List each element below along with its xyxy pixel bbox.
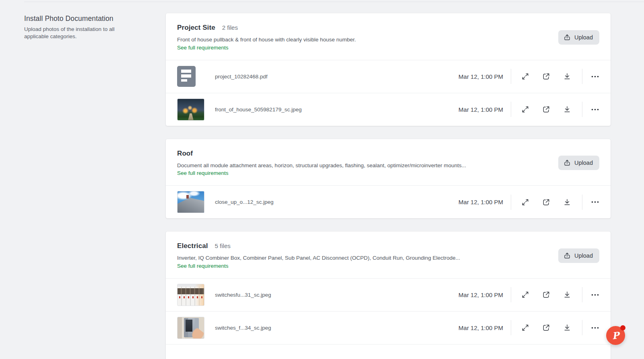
expand-icon bbox=[521, 324, 529, 332]
file-row: close_up_o...12_sc.jpeg Mar 12, 1:00 PM bbox=[166, 185, 611, 218]
file-row: switches_f...34_sc.jpeg Mar 12, 1:00 PM bbox=[166, 311, 611, 344]
file-name: front_of_house_505982179_sc.jpeg bbox=[215, 107, 458, 113]
photo-categories-column: Project Site 2 files Front of house pull… bbox=[166, 13, 611, 359]
card-header: Project Site 2 files Front of house pull… bbox=[166, 13, 611, 60]
open-external-button[interactable] bbox=[542, 105, 551, 114]
section-description: Upload photos of the installation to all… bbox=[24, 26, 134, 40]
file-thumbnail-breaker-switches-photo[interactable] bbox=[177, 284, 204, 306]
expand-preview-button[interactable] bbox=[521, 198, 530, 207]
file-row-actions: Mar 12, 1:00 PM bbox=[458, 102, 600, 117]
chat-launcher-button[interactable]: P bbox=[606, 326, 625, 345]
open-external-button[interactable] bbox=[542, 198, 551, 207]
download-icon bbox=[563, 105, 571, 113]
divider bbox=[582, 102, 582, 117]
download-icon bbox=[563, 72, 571, 80]
ellipsis-icon bbox=[591, 198, 599, 206]
upload-button[interactable]: Upload bbox=[558, 248, 599, 263]
file-row-actions: Mar 12, 1:00 PM bbox=[458, 69, 600, 84]
expand-icon bbox=[521, 291, 529, 299]
file-name: close_up_o...12_sc.jpeg bbox=[215, 199, 458, 205]
file-thumbnail-electrical-panel-photo[interactable] bbox=[177, 317, 204, 339]
file-row-actions: Mar 12, 1:00 PM bbox=[458, 320, 600, 335]
more-options-button[interactable] bbox=[590, 198, 599, 207]
open-external-button[interactable] bbox=[542, 72, 551, 81]
card-header: Roof Document all module attachment area… bbox=[166, 139, 611, 186]
category-card-electrical: Electrical 5 files Inverter, IQ Combiner… bbox=[166, 232, 611, 359]
divider bbox=[511, 287, 511, 302]
file-row-actions: Mar 12, 1:00 PM bbox=[458, 287, 600, 302]
download-button[interactable] bbox=[563, 198, 572, 207]
upload-icon bbox=[564, 252, 571, 259]
expand-icon bbox=[521, 72, 529, 80]
file-thumbnail-roof-photo[interactable] bbox=[177, 191, 204, 213]
external-link-icon bbox=[542, 105, 550, 113]
more-options-button[interactable] bbox=[590, 323, 599, 332]
open-external-button[interactable] bbox=[542, 323, 551, 332]
open-external-button[interactable] bbox=[542, 290, 551, 299]
download-icon bbox=[563, 324, 571, 332]
expand-icon bbox=[521, 198, 529, 206]
download-button[interactable] bbox=[563, 323, 572, 332]
divider bbox=[511, 69, 511, 84]
card-header-text: Electrical 5 files Inverter, IQ Combiner… bbox=[177, 242, 460, 269]
download-button[interactable] bbox=[563, 72, 572, 81]
external-link-icon bbox=[542, 198, 550, 206]
more-options-button[interactable] bbox=[590, 290, 599, 299]
see-full-requirements-link[interactable]: See full requirements bbox=[177, 170, 229, 176]
see-full-requirements-link[interactable]: See full requirements bbox=[177, 263, 229, 269]
divider bbox=[582, 287, 582, 302]
file-thumbnail-house-photo[interactable] bbox=[177, 98, 204, 121]
upload-button[interactable]: Upload bbox=[558, 156, 599, 170]
file-row bbox=[166, 344, 611, 359]
divider bbox=[582, 195, 582, 210]
category-card-project-site: Project Site 2 files Front of house pull… bbox=[166, 13, 611, 126]
download-button[interactable] bbox=[563, 105, 572, 114]
expand-preview-button[interactable] bbox=[521, 290, 530, 299]
category-title: Electrical bbox=[177, 242, 208, 250]
upload-button-label: Upload bbox=[574, 252, 593, 259]
more-options-button[interactable] bbox=[590, 72, 599, 81]
file-name: switches_f...34_sc.jpeg bbox=[215, 325, 458, 331]
divider bbox=[582, 69, 582, 84]
upload-button-label: Upload bbox=[574, 160, 593, 166]
upload-button[interactable]: Upload bbox=[558, 30, 599, 45]
divider bbox=[582, 320, 582, 335]
file-name: switchesfu...31_sc.jpeg bbox=[215, 292, 458, 298]
file-row: project_10282468.pdf Mar 12, 1:00 PM bbox=[166, 60, 611, 93]
top-divider bbox=[24, 2, 644, 2]
upload-icon bbox=[564, 34, 571, 41]
section-intro: Install Photo Documentation Upload photo… bbox=[24, 14, 141, 40]
expand-preview-button[interactable] bbox=[521, 72, 530, 81]
expand-preview-button[interactable] bbox=[521, 105, 530, 114]
download-button[interactable] bbox=[563, 290, 572, 299]
notification-dot bbox=[620, 325, 625, 330]
more-options-button[interactable] bbox=[590, 105, 599, 114]
card-header-text: Roof Document all module attachment area… bbox=[177, 150, 466, 177]
ellipsis-icon bbox=[591, 105, 599, 114]
category-description: Front of house pullback & front of house… bbox=[177, 36, 356, 43]
download-icon bbox=[563, 291, 571, 299]
file-date: Mar 12, 1:00 PM bbox=[458, 106, 503, 113]
files-count: 2 files bbox=[222, 24, 238, 31]
external-link-icon bbox=[542, 324, 550, 332]
file-row: front_of_house_505982179_sc.jpeg Mar 12,… bbox=[166, 93, 611, 126]
divider bbox=[511, 195, 511, 210]
see-full-requirements-link[interactable]: See full requirements bbox=[177, 45, 229, 51]
file-row: switchesfu...31_sc.jpeg Mar 12, 1:00 PM bbox=[166, 278, 611, 311]
expand-icon bbox=[521, 105, 529, 113]
expand-preview-button[interactable] bbox=[521, 323, 530, 332]
external-link-icon bbox=[542, 72, 550, 80]
file-date: Mar 12, 1:00 PM bbox=[458, 73, 503, 80]
category-title: Project Site bbox=[177, 24, 215, 32]
divider bbox=[511, 320, 511, 335]
divider bbox=[511, 102, 511, 117]
category-title: Roof bbox=[177, 150, 193, 158]
file-row-actions: Mar 12, 1:00 PM bbox=[458, 195, 600, 210]
category-description: Document all module attachment areas, ho… bbox=[177, 162, 466, 169]
card-header: Electrical 5 files Inverter, IQ Combiner… bbox=[166, 232, 611, 278]
files-count: 5 files bbox=[215, 242, 231, 249]
file-thumbnail-pdf-icon[interactable] bbox=[177, 66, 196, 87]
external-link-icon bbox=[542, 291, 550, 299]
file-date: Mar 12, 1:00 PM bbox=[458, 199, 503, 205]
category-description: Inverter, IQ Combiner Box, Combiner Pane… bbox=[177, 254, 460, 262]
